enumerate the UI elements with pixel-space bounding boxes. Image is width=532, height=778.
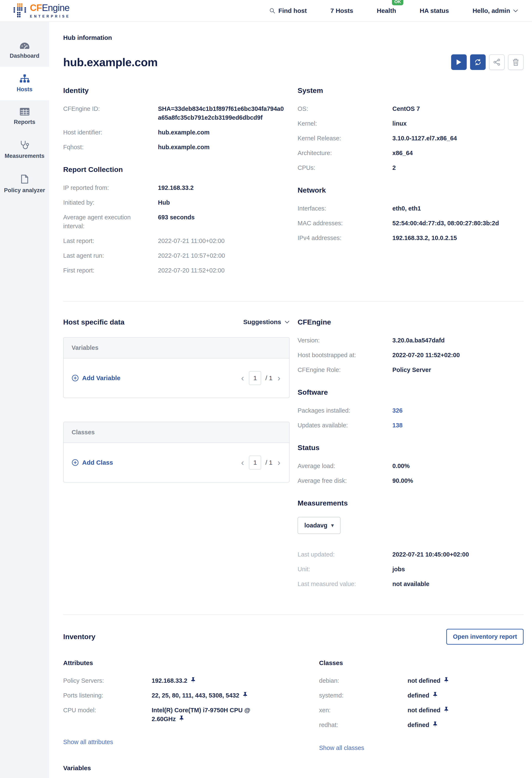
page-input[interactable]: 1 <box>249 371 261 385</box>
plus-circle-icon <box>72 459 79 466</box>
pin-icon[interactable] <box>433 721 438 728</box>
info-row: Updates available:138 <box>297 421 524 430</box>
find-host-button[interactable]: Find host <box>269 7 307 14</box>
inventory-attributes: Attributes Policy Servers: 192.168.33.2 … <box>63 659 311 746</box>
updates-available-link[interactable]: 138 <box>392 422 403 429</box>
section-title: Host specific data <box>63 318 124 326</box>
hosts-count-link[interactable]: 7 Hosts <box>331 7 353 14</box>
page-title: hub.example.com <box>63 56 158 69</box>
pin-icon[interactable] <box>444 707 449 713</box>
page-input[interactable]: 1 <box>249 456 261 469</box>
info-row: Average agent execution interval:693 sec… <box>63 213 289 231</box>
chevron-down-icon <box>513 9 518 12</box>
info-row: Policy Servers: 192.168.33.2 <box>63 676 311 685</box>
sidebar-item-label: Dashboard <box>10 53 39 59</box>
report-collection-section: Report Collection IP reported from:192.1… <box>63 165 289 275</box>
measurements-section: Measurements loadavg ▾ Last updated:2022… <box>297 499 524 588</box>
reports-icon <box>20 108 29 115</box>
logo-wordmark: CFEngine <box>30 3 70 12</box>
variables-pagination: ‹ 1 / 1 › <box>240 371 281 385</box>
dashboard-icon <box>20 42 30 49</box>
prev-page-button[interactable]: ‹ <box>240 374 245 382</box>
info-row: Host identifier:hub.example.com <box>63 128 289 137</box>
info-row: debian: not defined <box>319 676 524 685</box>
info-row: Version:3.20.0a.ba547dafd <box>297 336 524 345</box>
info-row: First report:2022-07-20 11:52+02:00 <box>63 266 289 275</box>
info-row: CFEngine Role:Policy Server <box>297 365 524 374</box>
share-button[interactable] <box>489 54 505 70</box>
left-column: Identity CFEngine ID:SHA=33deb834c1b1f89… <box>63 86 289 289</box>
right-column: System OS:CentOS 7 Kernel:linux Kernel R… <box>297 86 524 289</box>
delete-host-button[interactable] <box>508 54 524 70</box>
sidebar-item-hosts[interactable]: Hosts <box>0 67 49 100</box>
section-title: Network <box>297 186 524 194</box>
info-row: Last measured value:not available <box>297 579 524 588</box>
prev-page-button[interactable]: ‹ <box>240 458 245 467</box>
section-title: Software <box>297 388 524 396</box>
info-row: Last report:2022-07-21 11:00+02:00 <box>63 236 289 245</box>
measurements-icon <box>20 141 29 149</box>
sidebar-item-policy-analyzer[interactable]: Policy analyzer <box>0 167 49 201</box>
open-inventory-report-button[interactable]: Open inventory report <box>446 629 524 645</box>
next-page-button[interactable]: › <box>277 374 281 382</box>
inventory-header: Inventory Open inventory report <box>63 629 524 645</box>
main-content: Hub information hub.example.com <box>49 22 532 778</box>
sidebar-item-measurements[interactable]: Measurements <box>0 133 49 167</box>
user-menu[interactable]: Hello, admin <box>472 7 518 14</box>
sidebar-item-label: Measurements <box>5 153 45 159</box>
refresh-icon <box>474 58 482 66</box>
info-row: Last agent run:2022-07-21 10:57+02:00 <box>63 251 289 260</box>
health-ok-badge: OK <box>392 0 403 5</box>
hosts-icon <box>20 74 29 83</box>
classes-panel-header: Classes <box>64 422 289 443</box>
pin-icon[interactable] <box>433 692 438 698</box>
plus-circle-icon <box>72 375 79 382</box>
sidebar-item-label: Hosts <box>17 86 32 93</box>
show-all-attributes-link[interactable]: Show all attributes <box>63 738 113 746</box>
pin-icon[interactable] <box>444 677 449 683</box>
variables-panel-header: Variables <box>64 337 289 359</box>
run-agent-button[interactable] <box>451 54 467 70</box>
info-row: MAC addresses:52:54:00:4d:77:d3, 08:00:2… <box>297 219 524 228</box>
packages-installed-link[interactable]: 326 <box>392 407 403 414</box>
pin-icon[interactable] <box>243 692 248 698</box>
health-link[interactable]: Health OK <box>377 7 396 14</box>
variables-panel: Variables Add Variable ‹ 1 / 1 › <box>63 337 289 398</box>
top-bar: CFEngine ENTERPRISE Find host 7 Hosts He… <box>0 0 532 22</box>
section-title: Report Collection <box>63 165 289 174</box>
host-actions <box>451 54 524 70</box>
info-row: Host bootstrapped at:2022-07-20 11:52+02… <box>297 351 524 360</box>
chevron-down-icon <box>284 320 289 323</box>
classes-panel: Classes Add Class ‹ 1 / 1 › <box>63 422 289 482</box>
cfengine-section: CFEngine Version:3.20.0a.ba547dafd Host … <box>297 318 524 374</box>
info-row: Last updated:2022-07-21 10:45:00+02:00 <box>297 550 524 559</box>
section-title: Identity <box>63 86 289 95</box>
cfengine-logo[interactable]: CFEngine ENTERPRISE <box>13 3 70 19</box>
refresh-button[interactable] <box>470 54 486 70</box>
info-row: OS:CentOS 7 <box>297 104 524 113</box>
suggestions-toggle[interactable]: Suggestions <box>243 318 289 326</box>
measurement-selector-dropdown[interactable]: loadavg ▾ <box>297 517 341 534</box>
pin-icon[interactable] <box>179 715 184 722</box>
add-variable-button[interactable]: Add Variable <box>72 375 120 382</box>
top-navigation: Find host 7 Hosts Health OK HA status He… <box>269 7 520 14</box>
play-icon <box>456 59 462 65</box>
section-title: Measurements <box>297 499 524 507</box>
show-all-classes-link[interactable]: Show all classes <box>319 745 364 752</box>
info-row: xen: not defined <box>319 706 524 715</box>
right-column: CFEngine Version:3.20.0a.ba547dafd Host … <box>297 318 524 602</box>
ha-status-link[interactable]: HA status <box>420 7 449 14</box>
sidebar-item-dashboard[interactable]: Dashboard <box>0 34 49 67</box>
page-kicker: Hub information <box>63 34 524 41</box>
find-host-label: Find host <box>278 7 307 14</box>
pin-icon[interactable] <box>191 677 196 683</box>
host-specific-data-section: Host specific data Suggestions Variables <box>63 318 289 602</box>
subsection-title: Variables <box>63 765 311 772</box>
sidebar: Dashboard Hosts Reports Measurements Pol… <box>0 22 49 778</box>
sidebar-item-reports[interactable]: Reports <box>0 100 49 133</box>
hosts-count-label: 7 Hosts <box>331 7 353 14</box>
add-class-button[interactable]: Add Class <box>72 459 113 466</box>
classes-pagination: ‹ 1 / 1 › <box>240 456 281 469</box>
info-row: CFEngine ID:SHA=33deb834c1b1f897f61e6bc3… <box>63 104 289 122</box>
next-page-button[interactable]: › <box>277 458 281 467</box>
